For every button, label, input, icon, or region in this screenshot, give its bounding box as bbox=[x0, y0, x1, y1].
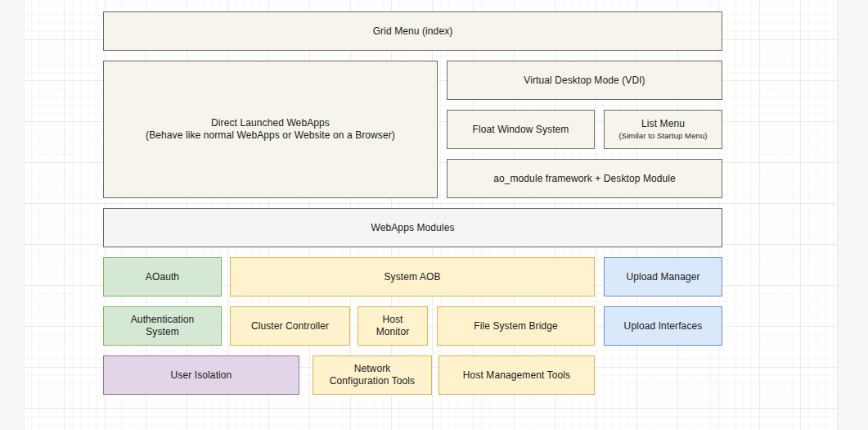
shape-sublabel: (Similar to Startup Menu) bbox=[618, 131, 707, 141]
shape-label: Float Window System bbox=[473, 124, 569, 136]
shape-float-window-system[interactable]: Float Window System bbox=[447, 110, 595, 149]
shape-label: Host Monitor bbox=[369, 314, 416, 338]
shape-label: Host Management Tools bbox=[463, 369, 570, 382]
shape-system-aob[interactable]: System AOB bbox=[230, 257, 595, 296]
shape-label: Virtual Desktop Mode (VDI) bbox=[524, 75, 645, 87]
shape-list-menu[interactable]: List Menu(Similar to Startup Menu) bbox=[604, 110, 722, 149]
shape-upload-interfaces[interactable]: Upload Interfaces bbox=[604, 306, 722, 346]
shape-label: Authentication System bbox=[115, 314, 210, 338]
shape-upload-manager[interactable]: Upload Manager bbox=[604, 257, 722, 296]
shape-sublabel: (Behave like normal WebApps or Website o… bbox=[146, 129, 395, 142]
shape-label: Cluster Controller bbox=[251, 320, 329, 333]
shape-host-monitor[interactable]: Host Monitor bbox=[358, 306, 428, 346]
shape-label: WebApps Modules bbox=[371, 222, 455, 234]
shape-label: Grid Menu (index) bbox=[373, 25, 453, 38]
shape-label: Network Configuration Tools bbox=[324, 363, 421, 387]
shape-cluster-controller[interactable]: Cluster Controller bbox=[230, 306, 350, 346]
shape-label: AOauth bbox=[146, 271, 179, 283]
shape-label: ao_module framework + Desktop Module bbox=[493, 173, 676, 185]
shape-network-configuration-tools[interactable]: Network Configuration Tools bbox=[313, 355, 432, 395]
shape-label: File System Bridge bbox=[474, 320, 558, 333]
shape-ao-module-framework[interactable]: ao_module framework + Desktop Module bbox=[447, 159, 722, 198]
shape-label: Upload Manager bbox=[626, 271, 699, 283]
shape-layer: Grid Menu (index)Direct Launched WebApps… bbox=[0, 0, 868, 430]
shape-label: List Menu bbox=[641, 118, 685, 130]
shape-virtual-desktop-mode[interactable]: Virtual Desktop Mode (VDI) bbox=[447, 61, 722, 100]
shape-aoauth[interactable]: AOauth bbox=[103, 257, 222, 296]
shape-label: Direct Launched WebApps bbox=[211, 117, 330, 129]
shape-user-isolation[interactable]: User Isolation bbox=[103, 355, 299, 395]
shape-host-management-tools[interactable]: Host Management Tools bbox=[438, 355, 595, 395]
shape-webapps-modules[interactable]: WebApps Modules bbox=[103, 208, 722, 247]
shape-authentication-system[interactable]: Authentication System bbox=[103, 306, 222, 346]
shape-grid-menu[interactable]: Grid Menu (index) bbox=[103, 11, 722, 51]
shape-label: User Isolation bbox=[171, 369, 232, 382]
shape-label: System AOB bbox=[384, 271, 440, 283]
shape-direct-launched-webapps[interactable]: Direct Launched WebApps(Behave like norm… bbox=[103, 61, 438, 198]
shape-label: Upload Interfaces bbox=[624, 320, 703, 333]
shape-file-system-bridge[interactable]: File System Bridge bbox=[437, 306, 595, 346]
